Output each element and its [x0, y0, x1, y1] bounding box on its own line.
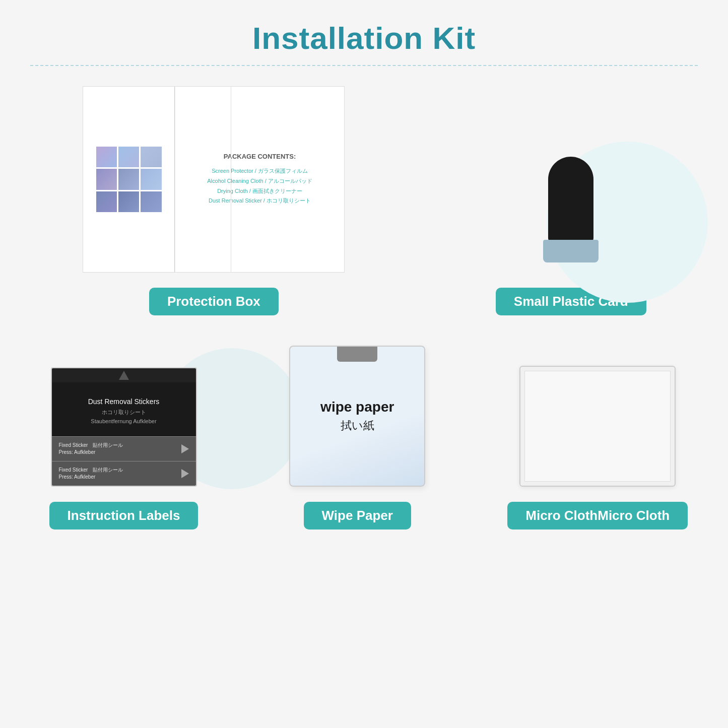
il-sub-row-1: Fixed Sticker 貼付用シール Press: Aufkleber: [52, 436, 196, 461]
protection-box-image: PACKAGE CONTENTS: Screen Protector / ガラス…: [83, 86, 345, 273]
wp-jp-text: 拭い紙: [341, 418, 374, 433]
separator: [30, 65, 698, 66]
instruction-labels-label: Instruction Labels: [49, 502, 198, 530]
pb-cell-5: [118, 169, 139, 189]
il-subtitle-1: ホコリ取りシート: [62, 409, 186, 416]
package-item: Drying Cloth / 画面拭きクリーナー: [217, 186, 302, 196]
package-contents-title: PACKAGE CONTENTS:: [224, 153, 296, 160]
wipe-paper-label: Wipe Paper: [304, 502, 411, 530]
wp-main-text: wipe paper: [320, 399, 394, 415]
il-sub-row-2: Fixed Sticker 貼付用シール Press: Aufkleber: [52, 461, 196, 486]
pb-cell-9: [141, 191, 161, 212]
page-title: Installation Kit: [252, 20, 476, 56]
pb-cell-2: [118, 147, 139, 167]
bottom-row-wrap: Dust Removal Stickers ホコリ取りシート Staubentf…: [30, 346, 698, 530]
il-top-bar: [52, 368, 196, 382]
package-item: Screen Protector / ガラス保護フィルム: [212, 166, 308, 176]
il-row2-text: Fixed Sticker 貼付用シール Press: Aufkleber: [59, 467, 123, 481]
micro-cloth-label: Micro ClothMicro Cloth: [507, 502, 688, 530]
wipe-paper-image: wipe paper 拭い紙: [289, 346, 425, 487]
pb-cell-3: [141, 147, 161, 167]
pb-grid: [96, 147, 162, 212]
pb-cell-4: [96, 169, 117, 189]
wipe-paper-section: wipe paper 拭い紙 Wipe Paper: [264, 346, 451, 530]
il-main-section: Dust Removal Stickers ホコリ取りシート Staubentf…: [52, 382, 196, 436]
package-item: Dust Removal Sticker / ホコリ取りシート: [209, 196, 311, 206]
il-triangle-icon: [119, 371, 129, 380]
small-plastic-card-section: Small Plastic Card: [444, 157, 698, 315]
squeegee-image: [538, 157, 604, 273]
protection-box-label: Protection Box: [149, 288, 279, 315]
bottom-row: Dust Removal Stickers ホコリ取りシート Staubentf…: [30, 346, 698, 530]
instruction-labels-section: Dust Removal Stickers ホコリ取りシート Staubentf…: [30, 367, 217, 530]
top-row: PACKAGE CONTENTS: Screen Protector / ガラス…: [30, 86, 698, 315]
pb-grid-area: [83, 87, 174, 272]
il-arrow-right-2: [181, 469, 189, 478]
squeegee-blade: [543, 240, 599, 262]
pb-cell-7: [96, 191, 117, 212]
mc-inner: [524, 371, 671, 482]
il-sub-rows: Fixed Sticker 貼付用シール Press: Aufkleber Fi…: [52, 436, 196, 486]
squeegee-handle: [548, 157, 593, 242]
micro-cloth-image: [519, 366, 676, 487]
pb-contents-area: PACKAGE CONTENTS: Screen Protector / ガラス…: [175, 87, 345, 272]
pb-cell-8: [118, 191, 139, 212]
protection-box-section: PACKAGE CONTENTS: Screen Protector / ガラス…: [30, 86, 398, 315]
il-row1-text: Fixed Sticker 貼付用シール Press: Aufkleber: [59, 442, 123, 456]
pb-cell-1: [96, 147, 117, 167]
package-item: Alcohol Cleaning Cloth / アルコールパッド: [207, 176, 312, 186]
micro-cloth-section: Micro ClothMicro Cloth: [498, 366, 698, 530]
spc-image-wrap: [538, 157, 604, 273]
pb-cell-6: [141, 169, 161, 189]
wp-top-strip: [337, 347, 377, 362]
il-main-title: Dust Removal Stickers: [62, 398, 186, 406]
instruction-labels-image: Dust Removal Stickers ホコリ取りシート Staubentf…: [51, 367, 197, 487]
il-subtitle-2: Staubentfernung Aufkleber: [62, 418, 186, 424]
il-arrow-right-1: [181, 444, 189, 453]
